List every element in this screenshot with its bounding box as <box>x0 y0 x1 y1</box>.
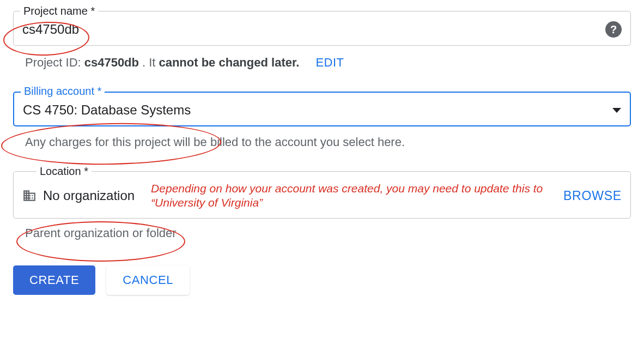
billing-account-field: Billing account * CS 4750: Database Syst… <box>13 92 631 126</box>
project-name-field: Project name * ? <box>13 11 631 46</box>
location-helper-text: Parent organization or folder <box>25 226 631 240</box>
help-icon[interactable]: ? <box>605 21 622 38</box>
project-id-value: cs4750db <box>84 56 139 70</box>
project-id-row: Project ID: cs4750db . It cannot be chan… <box>25 56 631 70</box>
project-id-prefix: Project ID: <box>25 56 81 70</box>
billing-helper-text: Any charges for this project will be bil… <box>25 135 631 149</box>
browse-button[interactable]: BROWSE <box>563 189 622 203</box>
organization-icon <box>22 189 37 203</box>
location-outline: Location * No organization Depending on … <box>13 171 631 219</box>
project-id-mid: . It <box>142 56 155 70</box>
chevron-down-icon <box>612 108 621 113</box>
location-label: Location * <box>37 165 92 178</box>
location-annotation: Depending on how your account was create… <box>151 182 563 210</box>
project-name-input[interactable] <box>22 22 605 37</box>
cancel-button[interactable]: CANCEL <box>106 265 190 295</box>
location-value: No organization <box>43 188 135 203</box>
project-name-outline[interactable]: Project name * ? <box>13 11 631 46</box>
project-name-label: Project name * <box>20 5 98 17</box>
billing-account-select[interactable]: Billing account * CS 4750: Database Syst… <box>13 92 631 126</box>
billing-account-label: Billing account * <box>21 85 105 98</box>
project-id-warning: cannot be changed later. <box>159 56 299 70</box>
edit-project-id-link[interactable]: EDIT <box>315 56 344 70</box>
create-button[interactable]: CREATE <box>13 265 95 295</box>
billing-account-selected: CS 4750: Database Systems <box>23 102 612 118</box>
button-row: CREATE CANCEL <box>13 265 631 295</box>
location-field: Location * No organization Depending on … <box>13 171 631 219</box>
